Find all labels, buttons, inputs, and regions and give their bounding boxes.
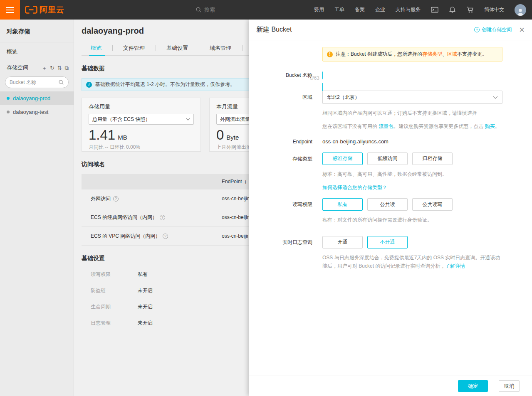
setting-label: 生命周期	[91, 303, 138, 310]
storage-class-help: 标准：高可靠、高可用、高性能，数据会经常被访问到。	[322, 170, 502, 178]
setting-value: 未开启	[138, 303, 153, 310]
realtime-log-label: 实时日志查询	[249, 236, 322, 248]
terminal-icon	[431, 7, 438, 13]
region-label: 区域	[249, 91, 322, 104]
bucket-status-dot	[7, 97, 10, 100]
warning-icon: !	[327, 52, 333, 57]
region-select[interactable]: 华北2（北京）	[322, 91, 502, 104]
log-option-disable[interactable]: 不开通	[367, 236, 408, 248]
bucket-name-row: Bucket 名称 0/63	[249, 69, 532, 84]
menu-button[interactable]	[0, 0, 20, 20]
hamburger-icon	[6, 10, 14, 10]
create-bucket-help-link[interactable]: ? 创建存储空间	[474, 26, 512, 33]
storage-class-guide-link[interactable]: 如何选择适合您的存储类型？	[322, 184, 387, 191]
storage-usage-card: 存储用量 总用量（不含 ECS 快照） 1.41 MB 月同比 -- 日环比 0…	[82, 98, 201, 152]
bucket-section-label: 存储空间	[7, 64, 28, 71]
topbar-item-support[interactable]: 支持与服务	[396, 6, 421, 13]
bucket-tools: ＋ ↻ ⇅ ⧉	[42, 65, 69, 71]
aliyun-bracket-icon	[25, 6, 37, 14]
storage-class-row: 存储类型 标准存储 低频访问 归档存储	[249, 152, 532, 165]
acl-row: 读写权限 私有 公共读 公共读写	[249, 198, 532, 211]
help-question-icon[interactable]: ?	[113, 196, 119, 202]
bucket-name: dalaoyang-prod	[13, 95, 50, 101]
storage-usage-select[interactable]: 总用量（不含 ECS 快照）	[89, 114, 194, 125]
topbar-item-billing[interactable]: 费用	[314, 6, 324, 13]
notifications-button[interactable]	[449, 6, 456, 13]
tab-domain-management[interactable]: 域名管理	[199, 41, 242, 55]
domain-label: ECS 的 VPC 网络访问（内网）	[91, 233, 160, 240]
storage-option-ia[interactable]: 低频访问	[367, 152, 408, 165]
person-icon	[516, 7, 525, 16]
topbar: 阿里云 费用 工单 备案 企业 支持与服务	[0, 0, 532, 20]
bucket-item-dalaoyang-test[interactable]: dalaoyang-test	[0, 105, 74, 119]
language-switch[interactable]: 简体中文	[484, 6, 504, 13]
create-warning-banner: ! 注意：Bucket 创建成功后，您所选择的存储类型、区域不支持变更。	[322, 47, 502, 61]
panels-icon[interactable]: ⧉	[65, 65, 69, 71]
usage-unit: MB	[118, 134, 127, 141]
cancel-button[interactable]: 取消	[499, 380, 520, 392]
traffic-pack-link[interactable]: 流量包	[379, 123, 393, 129]
traffic-pack-help: 您在该区域下没有可用的 流量包。建议您购买资源包享受更多优惠，点击 购买。	[322, 122, 502, 130]
tab-overview[interactable]: 概览	[82, 41, 112, 55]
add-bucket-icon[interactable]: ＋	[42, 65, 47, 71]
help-question-icon[interactable]: ?	[160, 215, 165, 220]
bucket-name-input[interactable]	[323, 69, 503, 84]
setting-label: 防盗链	[91, 287, 138, 294]
cart-button[interactable]	[466, 6, 474, 13]
learn-more-link[interactable]: 了解详情	[445, 263, 465, 269]
console-terminal-button[interactable]	[431, 7, 438, 13]
refresh-icon[interactable]: ↻	[50, 65, 54, 71]
bucket-search-input[interactable]	[10, 79, 58, 85]
new-bucket-drawer: 新建 Bucket ? 创建存储空间 × ! 注意：Bucket 创建成功后，您…	[249, 20, 532, 396]
bucket-status-dot	[7, 111, 10, 113]
usage-compare: 月同比 -- 日环比 0.00%	[89, 144, 194, 151]
sidebar-title: 对象存储	[0, 20, 74, 42]
topbar-item-enterprise[interactable]: 企业	[375, 6, 385, 13]
acl-label: 读写权限	[249, 198, 322, 211]
storage-option-standard[interactable]: 标准存储	[322, 152, 363, 165]
tab-basic-settings[interactable]: 基础设置	[156, 41, 199, 55]
bucket-list: dalaoyang-prod dalaoyang-test	[0, 91, 74, 119]
setting-value: 未开启	[138, 287, 153, 294]
info-icon: i	[86, 82, 92, 88]
app-root: 阿里云 费用 工单 备案 企业 支持与服务	[0, 0, 532, 396]
search-icon	[195, 7, 202, 13]
selected-option: 总用量（不含 ECS 快照）	[92, 116, 150, 123]
acl-option-public-read[interactable]: 公共读	[367, 198, 408, 211]
sidebar-item-overview[interactable]: 概览	[0, 42, 74, 60]
realtime-log-help: OSS 与日志服务深度结合，免费提供最近7天内的 OSS 实时日志查询。开通该功…	[322, 253, 502, 271]
setting-label: 日志管理	[91, 320, 138, 327]
topbar-item-tickets[interactable]: 工单	[334, 6, 344, 13]
close-icon[interactable]: ×	[519, 25, 525, 34]
sort-icon[interactable]: ⇅	[57, 65, 62, 71]
bucket-name: dalaoyang-test	[13, 109, 48, 115]
storage-option-archive[interactable]: 归档存储	[412, 152, 453, 165]
topbar-right: 费用 工单 备案 企业 支持与服务	[314, 4, 532, 16]
confirm-button[interactable]: 确定	[458, 380, 488, 392]
buy-link[interactable]: 购买	[485, 123, 495, 129]
bucket-item-dalaoyang-prod[interactable]: dalaoyang-prod	[0, 91, 74, 105]
drawer-title: 新建 Bucket	[256, 25, 292, 34]
global-search-input[interactable]	[204, 7, 254, 13]
setting-value: 未开启	[138, 320, 153, 327]
help-question-icon: ?	[474, 27, 480, 32]
storage-usage-value: 1.41 MB	[89, 127, 194, 143]
traffic-number: 0	[216, 127, 224, 143]
tab-files[interactable]: 文件管理	[112, 41, 156, 55]
acl-option-public-read-write[interactable]: 公共读写	[412, 198, 453, 211]
help-link-label: 创建存储空间	[482, 26, 512, 33]
log-option-enable[interactable]: 开通	[322, 236, 363, 248]
domain-label: 外网访问	[91, 195, 111, 202]
topbar-item-icp[interactable]: 备案	[355, 6, 365, 13]
acl-option-private[interactable]: 私有	[322, 198, 363, 211]
help-question-icon[interactable]: ?	[163, 234, 168, 239]
aliyun-logo[interactable]: 阿里云	[25, 5, 64, 15]
endpoint-row: Endpoint oss-cn-beijing.aliyuncs.com	[249, 138, 532, 145]
sidebar: 对象存储 概览 存储空间 ＋ ↻ ⇅ ⧉ dalaoyang-pro	[0, 20, 74, 396]
char-counter: 0/63	[310, 72, 319, 84]
search-icon[interactable]	[58, 79, 64, 85]
storage-class-label: 存储类型	[249, 152, 322, 165]
region-help-text: 相同区域内的产品内网可以互通；订购后不支持更换区域，请谨慎选择	[322, 109, 502, 117]
realtime-log-row: 实时日志查询 开通 不开通	[249, 236, 532, 248]
user-avatar[interactable]	[515, 4, 526, 16]
